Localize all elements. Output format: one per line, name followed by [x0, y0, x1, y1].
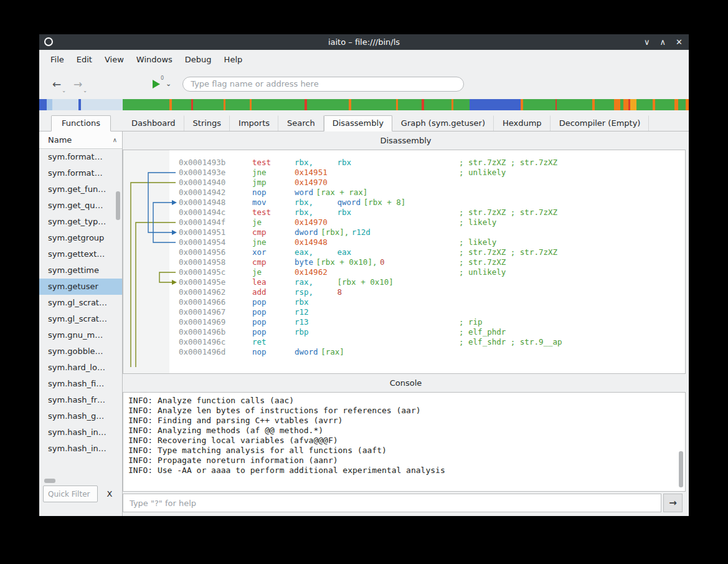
- memory-map-segment[interactable]: [225, 99, 250, 110]
- memory-map-segment[interactable]: [307, 99, 349, 110]
- disasm-line[interactable]: 0x0001494fje0x14970; likely: [179, 217, 685, 227]
- maximize-window-icon[interactable]: ∧: [660, 34, 666, 50]
- memory-map-segment[interactable]: [678, 99, 686, 110]
- start-debug-icon[interactable]: [153, 80, 160, 88]
- menu-item-edit[interactable]: Edit: [70, 52, 98, 67]
- tab-search[interactable]: Search: [278, 115, 324, 131]
- memory-map-bar[interactable]: [39, 99, 689, 110]
- function-list-item[interactable]: sym.getuser: [39, 279, 122, 295]
- functions-hscrollbar-thumb[interactable]: [44, 479, 55, 483]
- close-window-icon[interactable]: ✕: [676, 34, 683, 50]
- disasm-line[interactable]: 0x00014962addrsp,8: [179, 287, 685, 297]
- console-output[interactable]: INFO: Analyze function calls (aac)INFO: …: [123, 392, 686, 492]
- disasm-line[interactable]: 0x00014942nopword[rax + rax]: [179, 188, 685, 198]
- function-list-item[interactable]: sym.format…: [39, 165, 122, 181]
- disassembly-view[interactable]: 0x0001493btestrbx,rbx; str.7zXZ ; str.7z…: [123, 150, 686, 374]
- tab-disassembly[interactable]: Disassembly: [324, 115, 392, 131]
- memory-map-segment[interactable]: [470, 99, 521, 110]
- memory-map-segment[interactable]: [351, 99, 396, 110]
- tab-decompiler-empty[interactable]: Decompiler (Empty): [551, 115, 650, 131]
- memory-map-segment[interactable]: [623, 99, 628, 110]
- function-list-item[interactable]: sym.get_fun…: [39, 181, 122, 198]
- memory-map-segment[interactable]: [557, 99, 592, 110]
- memory-map-segment[interactable]: [636, 99, 653, 110]
- debug-dropdown-chevron-icon[interactable]: ⌄: [166, 80, 171, 88]
- disasm-line[interactable]: 0x0001495cje0x14962; unlikely: [179, 267, 685, 277]
- disasm-line[interactable]: 0x00014948movrbx,qword[rbx + 8]: [179, 198, 685, 208]
- memory-map-segment[interactable]: [47, 99, 52, 110]
- disasm-line[interactable]: 0x0001493btestrbx,rbx; str.7zXZ ; str.7z…: [179, 158, 685, 168]
- disasm-line[interactable]: 0x00014954jne0x14948; likely: [179, 237, 685, 247]
- function-list-item[interactable]: sym.gnu_m…: [39, 327, 122, 343]
- menu-item-help[interactable]: Help: [218, 52, 249, 67]
- function-list-item[interactable]: sym.hash_g…: [39, 408, 122, 424]
- memory-map-segment[interactable]: [614, 99, 620, 110]
- memory-map-segment[interactable]: [39, 99, 47, 110]
- function-list-item[interactable]: sym.get_qu…: [39, 198, 122, 214]
- disasm-line[interactable]: 0x0001496cret; elf_shdr ; str.9__ap: [179, 337, 685, 347]
- title-bar[interactable]: iaito – file:///bin/ls ∨ ∧ ✕: [39, 34, 689, 50]
- tab-hexdump[interactable]: Hexdump: [494, 115, 551, 131]
- menu-item-debug[interactable]: Debug: [179, 52, 218, 67]
- function-list-item[interactable]: sym.gl_scrat…: [39, 311, 122, 327]
- memory-map-segment[interactable]: [193, 99, 224, 110]
- forward-button[interactable]: → ⌄: [70, 77, 85, 92]
- memory-map-segment[interactable]: [630, 99, 636, 110]
- console-command-input[interactable]: [123, 494, 661, 512]
- quick-filter-close-button[interactable]: X: [102, 486, 118, 502]
- memory-map-segment[interactable]: [424, 99, 451, 110]
- disasm-line[interactable]: 0x00014967popr12: [179, 307, 685, 317]
- disasm-line[interactable]: 0x0001494ctestrbx,rbx; str.7zXZ ; str.7z…: [179, 208, 685, 217]
- function-list-item[interactable]: sym.gl_scrat…: [39, 295, 122, 311]
- flag-search-input[interactable]: [182, 77, 464, 92]
- memory-map-segment[interactable]: [453, 99, 470, 110]
- function-list-item[interactable]: sym.hash_in…: [39, 424, 122, 441]
- function-list-item[interactable]: sym.gobble…: [39, 343, 122, 360]
- disasm-line[interactable]: 0x00014969popr13; rip: [179, 317, 685, 327]
- tab-graph-sym-getuser[interactable]: Graph (sym.getuser): [392, 115, 494, 131]
- menu-item-windows[interactable]: Windows: [130, 52, 179, 67]
- shade-window-icon[interactable]: ∨: [644, 34, 650, 50]
- function-list-item[interactable]: sym.format…: [39, 149, 122, 165]
- disasm-line[interactable]: 0x00014951cmpdword[rbx],r12d: [179, 227, 685, 237]
- disasm-line[interactable]: 0x0001493ejne0x14951; unlikely: [179, 168, 685, 178]
- functions-dock-tab[interactable]: Functions: [51, 115, 111, 131]
- tab-imports[interactable]: Imports: [230, 115, 278, 131]
- function-list-item[interactable]: sym.gettext…: [39, 246, 122, 262]
- function-list-item[interactable]: sym.get_typ…: [39, 214, 122, 230]
- function-list-item[interactable]: sym.gettime: [39, 262, 122, 279]
- function-list-item[interactable]: sym.hash_fi…: [39, 376, 122, 392]
- disasm-line[interactable]: 0x0001496dnopdword[rax]: [179, 347, 685, 357]
- memory-map-segment[interactable]: [172, 99, 191, 110]
- function-list-item[interactable]: sym.getgroup: [39, 230, 122, 246]
- disasm-line[interactable]: 0x00014966poprbx: [179, 297, 685, 307]
- memory-map-segment[interactable]: [252, 99, 305, 110]
- functions-scrollbar-thumb[interactable]: [116, 191, 120, 220]
- memory-map-segment[interactable]: [595, 99, 614, 110]
- memory-map-segment[interactable]: [655, 99, 674, 110]
- back-button[interactable]: ← ⌄: [49, 77, 64, 92]
- disasm-line[interactable]: 0x0001496bpoprbp; elf_phdr: [179, 327, 685, 337]
- tab-strings[interactable]: Strings: [184, 115, 230, 131]
- disasm-line[interactable]: 0x00014940jmp0x14970: [179, 178, 685, 188]
- memory-map-segment[interactable]: [398, 99, 422, 110]
- memory-map-segment[interactable]: [123, 99, 169, 110]
- functions-name-header[interactable]: Name ∧: [39, 131, 122, 149]
- function-list-item[interactable]: sym.hash_fr…: [39, 392, 122, 408]
- memory-map-segment[interactable]: [523, 99, 555, 110]
- tab-dashboard[interactable]: Dashboard: [123, 115, 184, 131]
- memory-map-segment[interactable]: [81, 99, 123, 110]
- memory-map-segment[interactable]: [686, 99, 689, 110]
- disasm-mnemonic: cmp: [252, 257, 295, 267]
- console-scrollbar-thumb[interactable]: [679, 451, 683, 487]
- function-list-item[interactable]: sym.hash_in…: [39, 441, 122, 457]
- memory-map-segment[interactable]: [52, 99, 79, 110]
- quick-filter-input[interactable]: [43, 485, 98, 502]
- menu-item-view[interactable]: View: [98, 52, 130, 67]
- disasm-line[interactable]: 0x00014958cmpbyte[rbx + 0x10],0; str.7zX…: [179, 257, 685, 267]
- menu-item-file[interactable]: File: [44, 52, 70, 67]
- disasm-line[interactable]: 0x0001495elearax,[rbx + 0x10]: [179, 277, 685, 287]
- function-list-item[interactable]: sym.hard_lo…: [39, 360, 122, 376]
- disasm-line[interactable]: 0x00014956xoreax,eax; str.7zXZ ; str.7zX…: [179, 247, 685, 257]
- console-send-button[interactable]: →: [663, 494, 683, 512]
